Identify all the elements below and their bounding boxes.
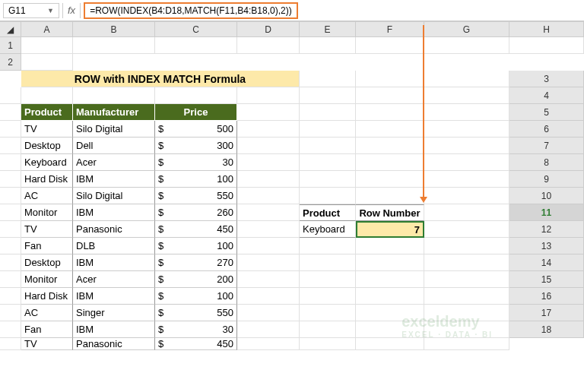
table-cell-price[interactable]: $550 (155, 188, 237, 204)
cell[interactable] (300, 171, 356, 188)
table-cell-price[interactable]: $450 (155, 221, 237, 238)
cell[interactable] (424, 204, 509, 221)
cell[interactable] (356, 321, 424, 338)
row-header[interactable]: 8 (509, 154, 584, 171)
cell[interactable] (424, 37, 509, 54)
table-cell-price[interactable]: $30 (155, 154, 237, 171)
cell[interactable] (356, 254, 424, 271)
cell[interactable] (424, 321, 509, 338)
col-header[interactable]: C (155, 22, 237, 37)
cell[interactable] (300, 37, 356, 54)
table-cell-product[interactable]: TV (21, 221, 73, 238)
cell[interactable] (509, 37, 584, 54)
cell[interactable] (237, 188, 300, 204)
table-cell-price[interactable]: $450 (155, 338, 237, 350)
col-header[interactable]: A (21, 22, 73, 37)
table-cell-product[interactable]: Keyboard (21, 154, 73, 171)
cell[interactable] (73, 87, 155, 104)
cell[interactable] (237, 288, 300, 305)
fx-button[interactable]: fx (62, 3, 81, 18)
table-cell-price[interactable]: $270 (155, 254, 237, 271)
cell[interactable] (237, 171, 300, 188)
table-cell-manufacturer[interactable]: Acer (73, 271, 155, 288)
cell[interactable] (300, 321, 356, 338)
cell[interactable] (0, 188, 21, 204)
cell[interactable] (237, 138, 300, 154)
row-header[interactable]: 7 (509, 138, 584, 154)
table-cell-price[interactable]: $260 (155, 204, 237, 221)
table-cell-manufacturer[interactable]: IBM (73, 171, 155, 188)
row-header[interactable]: 13 (509, 238, 584, 254)
table-cell-manufacturer[interactable]: IBM (73, 254, 155, 271)
table-cell-price[interactable]: $550 (155, 305, 237, 321)
cell[interactable] (237, 321, 300, 338)
cell[interactable] (0, 138, 21, 154)
cell[interactable] (237, 271, 300, 288)
row-header[interactable]: 10 (509, 188, 584, 204)
cell[interactable] (356, 305, 424, 321)
cell[interactable] (0, 104, 21, 121)
table-cell-product[interactable]: TV (21, 121, 73, 138)
row-header[interactable]: 6 (509, 121, 584, 138)
cell[interactable] (155, 37, 237, 54)
cell[interactable] (300, 271, 356, 288)
table-cell-manufacturer[interactable]: Silo Digital (73, 188, 155, 204)
cell[interactable] (0, 221, 21, 238)
cell[interactable] (300, 238, 356, 254)
select-all-corner[interactable]: ◢ (0, 22, 21, 37)
row-header[interactable]: 4 (509, 87, 584, 104)
col-header[interactable]: E (300, 22, 356, 37)
cell[interactable] (356, 138, 424, 154)
name-box[interactable]: G11 ▼ (3, 3, 59, 18)
cell[interactable] (300, 305, 356, 321)
formula-input-wrap[interactable]: =ROW(INDEX(B4:D18,MATCH(F11,B4:B18,0),2)… (81, 2, 584, 19)
cell[interactable] (356, 288, 424, 305)
cell[interactable] (424, 238, 509, 254)
cell[interactable] (424, 104, 509, 121)
table-cell-price[interactable]: $30 (155, 321, 237, 338)
table-cell-price[interactable]: $200 (155, 271, 237, 288)
table-cell-manufacturer[interactable]: Singer (73, 305, 155, 321)
cell[interactable] (424, 288, 509, 305)
cell[interactable] (300, 138, 356, 154)
table-cell-manufacturer[interactable]: DLB (73, 238, 155, 254)
table-cell-product[interactable]: AC (21, 305, 73, 321)
chevron-down-icon[interactable]: ▼ (47, 7, 54, 14)
cell[interactable] (300, 154, 356, 171)
cell[interactable] (73, 37, 155, 54)
table-cell-manufacturer[interactable]: Acer (73, 154, 155, 171)
cell[interactable] (237, 204, 300, 221)
table-cell-product[interactable]: Monitor (21, 271, 73, 288)
cell[interactable] (300, 288, 356, 305)
table-cell-product[interactable]: Desktop (21, 254, 73, 271)
cell[interactable] (0, 204, 21, 221)
cell[interactable] (424, 138, 509, 154)
row-header[interactable]: 18 (509, 321, 584, 338)
cell[interactable] (0, 271, 21, 288)
cell[interactable] (424, 305, 509, 321)
cell[interactable] (0, 154, 21, 171)
cell[interactable] (356, 104, 424, 121)
cell[interactable] (237, 338, 300, 350)
row-header[interactable]: 14 (509, 254, 584, 271)
cell[interactable] (237, 221, 300, 238)
table-cell-price[interactable]: $500 (155, 121, 237, 138)
cell[interactable] (237, 238, 300, 254)
table-cell-product[interactable]: Desktop (21, 138, 73, 154)
col-header[interactable]: F (356, 22, 424, 37)
cell[interactable] (0, 121, 21, 138)
cell[interactable] (424, 338, 509, 350)
cell[interactable] (237, 305, 300, 321)
cell[interactable] (155, 87, 237, 104)
table-cell-product[interactable]: AC (21, 188, 73, 204)
col-header[interactable]: B (73, 22, 155, 37)
table-cell-product[interactable]: Fan (21, 238, 73, 254)
table-cell-manufacturer[interactable]: Panasonic (73, 338, 155, 350)
cell[interactable] (0, 87, 21, 104)
cell[interactable] (0, 321, 21, 338)
cell[interactable] (21, 54, 73, 71)
cell[interactable] (356, 154, 424, 171)
cell[interactable] (424, 154, 509, 171)
table-cell-product[interactable]: Hard Disk (21, 171, 73, 188)
cell[interactable] (356, 121, 424, 138)
